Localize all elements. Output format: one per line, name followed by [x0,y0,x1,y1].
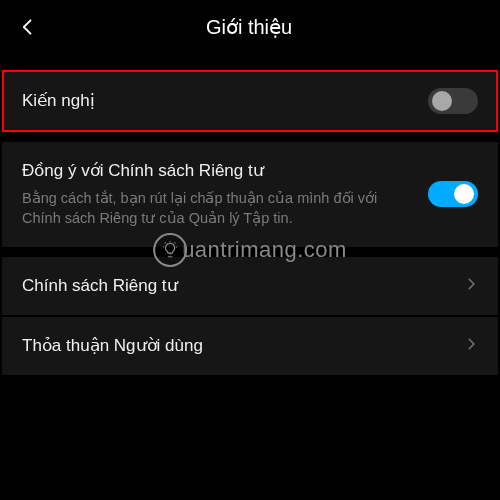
row-content: Kiến nghị [22,90,428,112]
toggle-privacy-consent[interactable] [428,181,478,207]
toggle-knob [454,184,474,204]
toggle-knob [432,91,452,111]
spacer [0,54,500,70]
separator [0,132,500,142]
row-user-agreement[interactable]: Thỏa thuận Người dùng [2,317,498,375]
row-content: Chính sách Riêng tư [22,275,464,297]
row-label: Thỏa thuận Người dùng [22,335,452,357]
row-content: Đồng ý với Chính sách Riêng tư Bằng cách… [22,160,428,229]
row-privacy-policy[interactable]: Chính sách Riêng tư [2,257,498,315]
chevron-right-icon [464,337,478,355]
page-title: Giới thiệu [38,15,460,39]
row-recommendations[interactable]: Kiến nghị [2,70,498,132]
row-privacy-consent[interactable]: Đồng ý với Chính sách Riêng tư Bằng cách… [2,142,498,247]
row-label: Chính sách Riêng tư [22,275,452,297]
row-content: Thỏa thuận Người dùng [22,335,464,357]
header: Giới thiệu [0,0,500,54]
back-icon[interactable] [18,17,38,37]
separator [0,247,500,257]
chevron-right-icon [464,277,478,295]
toggle-recommendations[interactable] [428,88,478,114]
row-label: Đồng ý với Chính sách Riêng tư [22,160,416,182]
row-description: Bằng cách tắt, bạn rút lại chấp thuận củ… [22,188,416,229]
row-label: Kiến nghị [22,90,416,112]
